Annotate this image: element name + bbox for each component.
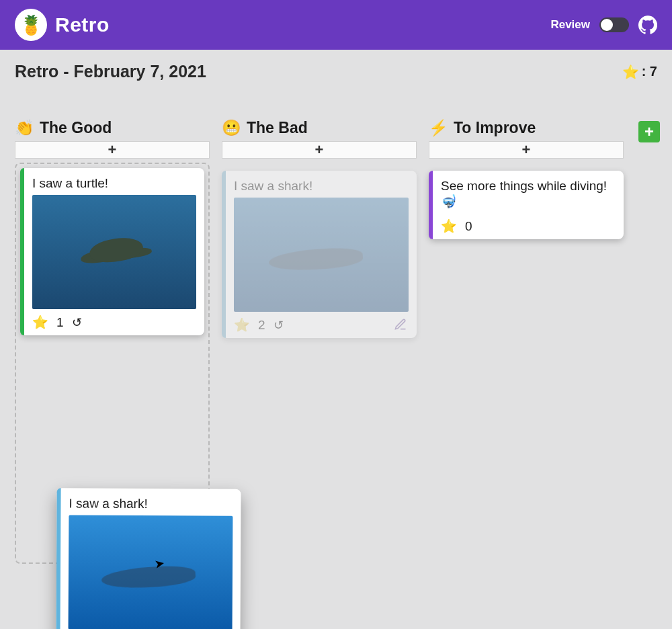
column-emoji: ⚡ xyxy=(429,119,448,137)
card-text: See more things while diving! 🤿 xyxy=(441,179,616,209)
board-title: Retro - February 7, 2021 xyxy=(15,62,206,81)
edit-icon[interactable] xyxy=(394,318,409,333)
card-image-turtle xyxy=(32,195,196,309)
column-header-bad: 😬 The Bad xyxy=(222,119,417,137)
column-emoji: 👏 xyxy=(15,119,34,137)
add-card-button-bad[interactable]: + xyxy=(222,141,417,159)
undo-icon[interactable]: ↺ xyxy=(274,318,284,333)
app-logo: 🍍 xyxy=(15,9,47,41)
star-icon[interactable]: ⭐ xyxy=(234,317,250,333)
stars-remaining: ⭐ : 7 xyxy=(622,64,657,80)
star-icon: ⭐ xyxy=(622,64,639,80)
star-icon[interactable]: ⭐ xyxy=(441,218,457,234)
github-icon[interactable] xyxy=(638,15,657,34)
add-card-button-good[interactable]: + xyxy=(15,141,210,159)
star-count: 2 xyxy=(258,318,265,333)
board: 👏 The Good + I saw a turtle! ⭐ 1 ↺ 😬 xyxy=(0,88,672,564)
star-count: 0 xyxy=(465,219,472,234)
card-text: I saw a shark! xyxy=(69,496,233,511)
review-label: Review xyxy=(550,18,590,32)
column-header-good: 👏 The Good xyxy=(15,119,210,137)
toggle-knob xyxy=(601,19,613,31)
topbar-right: Review xyxy=(550,15,657,34)
star-count: 1 xyxy=(56,315,64,330)
logo-emoji: 🍍 xyxy=(19,14,43,36)
star-icon[interactable]: ⭐ xyxy=(32,314,48,330)
column-bad: 😬 The Bad + I saw a shark! ⭐ 2 ↺ xyxy=(222,119,417,338)
add-card-button-improve[interactable]: + xyxy=(429,141,624,159)
column-title: To Improve xyxy=(454,119,536,137)
topbar: 🍍 Retro Review xyxy=(0,0,672,50)
card-image-shark xyxy=(69,515,233,629)
card-text: I saw a turtle! xyxy=(32,176,196,191)
brand: 🍍 Retro xyxy=(15,9,110,41)
card-shark-dragging[interactable]: I saw a shark! ⭐ 2 ↺ xyxy=(56,488,241,629)
card-improve[interactable]: See more things while diving! 🤿 ⭐ 0 xyxy=(429,171,624,239)
review-toggle[interactable] xyxy=(599,17,629,32)
card-footer: ⭐ 1 ↺ xyxy=(32,314,196,330)
undo-icon[interactable]: ↺ xyxy=(72,315,82,330)
column-title: The Bad xyxy=(247,119,308,137)
stars-remaining-value: : 7 xyxy=(642,64,657,79)
column-title: The Good xyxy=(40,119,112,137)
card-footer: ⭐ 0 xyxy=(441,218,616,234)
card-turtle[interactable]: I saw a turtle! ⭐ 1 ↺ xyxy=(20,168,204,335)
add-column-button[interactable]: + xyxy=(638,121,660,142)
titlebar: Retro - February 7, 2021 ⭐ : 7 xyxy=(0,50,672,88)
card-text: I saw a shark! xyxy=(234,179,409,194)
card-shark-ghost[interactable]: I saw a shark! ⭐ 2 ↺ xyxy=(222,171,417,338)
column-header-improve: ⚡ To Improve xyxy=(429,119,624,137)
column-emoji: 😬 xyxy=(222,119,241,137)
column-improve: ⚡ To Improve + See more things while div… xyxy=(429,119,624,239)
card-image-shark xyxy=(234,198,409,312)
app-title: Retro xyxy=(55,13,110,36)
card-footer: ⭐ 2 ↺ xyxy=(234,317,409,333)
